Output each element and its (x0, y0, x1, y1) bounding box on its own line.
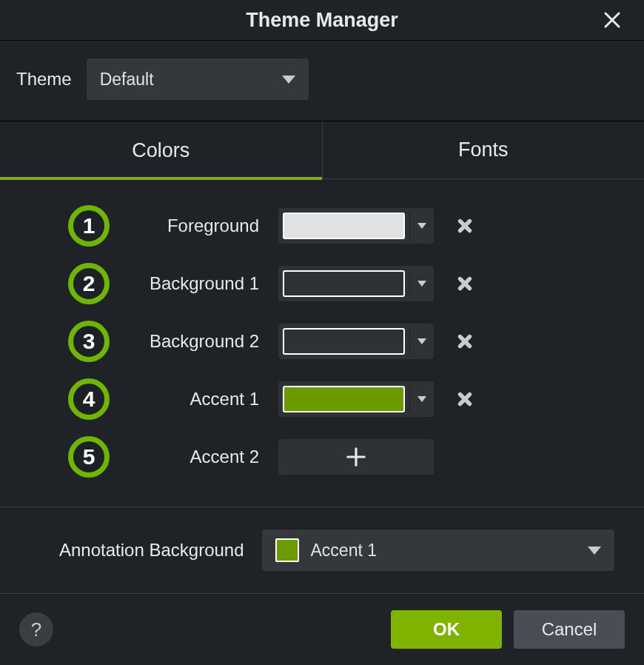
color-swatch-picker[interactable] (278, 381, 434, 417)
callout-badge: 1 (68, 205, 110, 247)
color-swatch-picker[interactable] (278, 208, 434, 244)
color-row-label: Background 1 (126, 273, 259, 294)
color-row-label: Accent 2 (126, 447, 259, 467)
theme-select-value: Default (100, 70, 154, 90)
color-row: 3Background 2 (0, 313, 644, 370)
close-icon (603, 11, 621, 29)
ok-button[interactable]: OK (391, 610, 502, 649)
color-swatch (283, 328, 405, 355)
color-row: 5Accent 2 (0, 428, 644, 486)
clear-color-button[interactable] (450, 384, 480, 414)
chevron-down-icon (282, 76, 295, 84)
color-swatch-picker[interactable] (278, 324, 434, 359)
clear-icon (455, 390, 474, 409)
color-row-label: Foreground (126, 215, 259, 236)
chevron-down-icon (417, 223, 426, 229)
color-row: 1Foreground (0, 197, 644, 255)
cancel-button[interactable]: Cancel (514, 610, 625, 649)
color-list: 1Foreground2Background 13Background 24Ac… (0, 179, 644, 496)
callout-badge: 4 (68, 378, 110, 420)
dialog-title: Theme Manager (246, 9, 398, 32)
chevron-down-icon (417, 396, 426, 402)
color-row-label: Accent 1 (126, 389, 259, 410)
theme-manager-dialog: Theme Manager Theme Default Colors Fonts… (0, 0, 644, 665)
help-button[interactable]: ? (19, 612, 53, 646)
tab-fonts[interactable]: Fonts (323, 121, 645, 179)
callout-badge: 3 (68, 321, 110, 362)
tab-colors[interactable]: Colors (0, 121, 323, 179)
chevron-down-icon (588, 547, 601, 555)
clear-icon (455, 216, 474, 235)
color-row-label: Background 2 (126, 331, 259, 352)
annotation-background-value: Accent 1 (311, 541, 378, 561)
clear-icon (455, 274, 474, 293)
clear-color-button[interactable] (450, 269, 480, 298)
callout-badge: 2 (68, 263, 110, 304)
color-swatch-picker[interactable] (278, 266, 434, 301)
annotation-color-chip (275, 538, 299, 562)
annotation-background-row: Annotation Background Accent 1 (0, 507, 644, 593)
annotation-background-select[interactable]: Accent 1 (262, 529, 614, 571)
color-row: 2Background 1 (0, 255, 644, 313)
chevron-down-icon (417, 281, 426, 287)
annotation-background-label: Annotation Background (59, 540, 244, 561)
clear-color-button[interactable] (450, 211, 480, 241)
clear-icon (455, 332, 474, 351)
chevron-down-icon (417, 338, 426, 344)
tab-bar: Colors Fonts (0, 121, 644, 179)
dialog-footer: ? OK Cancel (0, 593, 644, 665)
theme-selector-row: Theme Default (0, 41, 644, 121)
theme-label: Theme (16, 69, 72, 90)
color-swatch (283, 270, 405, 297)
color-row: 4Accent 1 (0, 370, 644, 428)
color-swatch (283, 213, 405, 239)
callout-badge: 5 (68, 436, 110, 478)
title-bar: Theme Manager (0, 0, 644, 41)
close-button[interactable] (599, 7, 625, 33)
plus-icon (345, 446, 367, 468)
color-swatch (283, 386, 405, 412)
theme-select[interactable]: Default (87, 59, 309, 100)
add-color-button[interactable] (278, 439, 434, 475)
clear-color-button[interactable] (450, 327, 480, 356)
